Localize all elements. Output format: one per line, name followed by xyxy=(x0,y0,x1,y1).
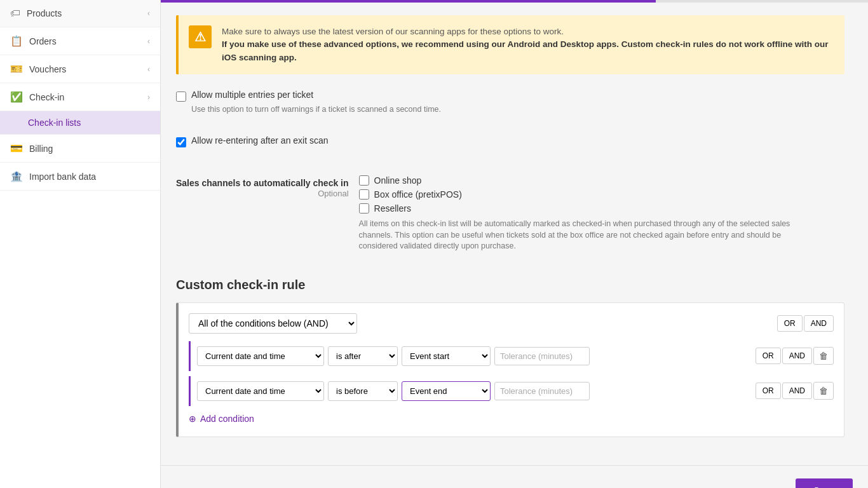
condition-2-tolerance-input[interactable] xyxy=(494,382,590,400)
online-shop-checkbox[interactable] xyxy=(359,175,369,186)
warning-icon: ⚠ xyxy=(189,25,212,48)
sidebar-item-check-in-lists[interactable]: Check-in lists xyxy=(0,111,160,135)
chevron-icon: ‹ xyxy=(147,65,150,74)
condition-1-delete-button[interactable]: 🗑 xyxy=(813,347,834,365)
sidebar-item-import-bank-data[interactable]: 🏦 Import bank data xyxy=(0,163,160,191)
page-footer: Save xyxy=(161,465,868,488)
sales-channels-checkboxes: Online shop Box office (pretixPOS) Resel… xyxy=(359,175,791,252)
condition-1-op-select[interactable]: is after is before is xyxy=(328,346,398,366)
allow-reenter-checkbox[interactable] xyxy=(176,137,186,147)
allow-multiple-section: Allow multiple entries per ticket Use th… xyxy=(176,90,844,116)
tag-icon: 🏷 xyxy=(10,8,20,19)
sidebar-item-check-in[interactable]: ✅ Check-in › xyxy=(0,83,160,111)
sidebar-item-vouchers[interactable]: 🎫 Vouchers ‹ xyxy=(0,55,160,83)
allow-multiple-checkbox[interactable] xyxy=(176,92,186,102)
allow-reenter-section: Allow re-entering after an exit scan xyxy=(176,135,844,147)
rule-header: All of the conditions below (AND) Any of… xyxy=(189,313,834,334)
rule-container: All of the conditions below (AND) Any of… xyxy=(176,302,844,437)
sidebar-item-products[interactable]: 🏷 Products ‹ xyxy=(0,0,160,27)
sidebar-item-label: Import bank data xyxy=(29,172,96,182)
box-office-label[interactable]: Box office (pretixPOS) xyxy=(374,189,462,200)
sidebar-item-label: Vouchers xyxy=(29,64,66,74)
condition-1-tolerance-input[interactable] xyxy=(494,347,590,365)
chevron-icon: ‹ xyxy=(147,37,150,46)
allow-multiple-label[interactable]: Allow multiple entries per ticket xyxy=(191,90,313,100)
rule-top-btn-group: OR AND xyxy=(777,315,834,332)
condition-combinator-select[interactable]: All of the conditions below (AND) Any of… xyxy=(189,313,357,334)
add-condition-label: Add condition xyxy=(200,414,254,424)
condition-2-op-select[interactable]: is before is after is xyxy=(328,381,398,401)
add-condition-plus-icon: ⊕ xyxy=(189,414,196,424)
condition-row-1: Current date and time Order status Produ… xyxy=(189,341,834,371)
box-office-checkbox[interactable] xyxy=(359,189,369,200)
allow-multiple-help: Use this option to turn off warnings if … xyxy=(191,104,844,116)
sales-channels-label: Sales channels to automatically check in… xyxy=(176,175,349,198)
condition-2-val-select[interactable]: Event end Event start Custom date/time xyxy=(402,381,491,401)
sidebar: 🏷 Products ‹ 📋 Orders ‹ 🎫 Vouchers ‹ ✅ C… xyxy=(0,0,161,488)
condition-2-or-button[interactable]: OR xyxy=(756,383,781,399)
online-shop-label[interactable]: Online shop xyxy=(374,175,422,186)
sidebar-sub-item-label: Check-in lists xyxy=(28,118,81,128)
billing-icon: 💳 xyxy=(10,142,23,154)
checkin-icon: ✅ xyxy=(10,91,23,103)
sidebar-item-billing[interactable]: 💳 Billing xyxy=(0,135,160,163)
main-content: ⚠ Make sure to always use the latest ver… xyxy=(161,0,868,488)
add-condition-button[interactable]: ⊕ Add condition xyxy=(189,411,254,426)
warning-box: ⚠ Make sure to always use the latest ver… xyxy=(176,15,844,74)
sales-channels-row: Sales channels to automatically check in… xyxy=(176,170,844,257)
top-or-button[interactable]: OR xyxy=(777,315,803,332)
sidebar-item-label: Products xyxy=(27,8,62,18)
condition-row-2: Current date and time Order status Produ… xyxy=(189,376,834,406)
condition-1-btn-group: OR AND 🗑 xyxy=(756,347,834,365)
condition-1-val-select[interactable]: Event start Event end Custom date/time xyxy=(402,346,491,366)
condition-2-btn-group: OR AND 🗑 xyxy=(756,382,834,400)
orders-icon: 📋 xyxy=(10,35,23,47)
condition-2-and-button[interactable]: AND xyxy=(782,383,812,399)
sidebar-item-label: Billing xyxy=(29,144,53,154)
sidebar-item-orders[interactable]: 📋 Orders ‹ xyxy=(0,27,160,55)
sales-channels-help: All items on this check-in list will be … xyxy=(359,219,791,252)
condition-1-field-select[interactable]: Current date and time Order status Produ… xyxy=(197,346,324,366)
condition-1-and-button[interactable]: AND xyxy=(782,348,812,364)
custom-rule-title: Custom check-in rule xyxy=(176,278,844,292)
chevron-icon: ‹ xyxy=(147,9,150,18)
top-and-button[interactable]: AND xyxy=(804,315,834,332)
vouchers-icon: 🎫 xyxy=(10,63,23,75)
allow-reenter-label[interactable]: Allow re-entering after an exit scan xyxy=(191,135,329,146)
warning-text: Make sure to always use the latest versi… xyxy=(222,25,834,64)
bank-icon: 🏦 xyxy=(10,170,23,182)
resellers-label[interactable]: Resellers xyxy=(374,203,411,214)
sidebar-item-label: Orders xyxy=(29,36,57,46)
condition-1-or-button[interactable]: OR xyxy=(756,348,781,364)
chevron-icon: › xyxy=(147,93,150,102)
condition-2-delete-button[interactable]: 🗑 xyxy=(813,382,834,400)
resellers-checkbox[interactable] xyxy=(359,203,369,214)
save-button[interactable]: Save xyxy=(796,478,853,488)
condition-2-field-select[interactable]: Current date and time Order status Produ… xyxy=(197,381,324,401)
sidebar-item-label: Check-in xyxy=(29,92,64,102)
